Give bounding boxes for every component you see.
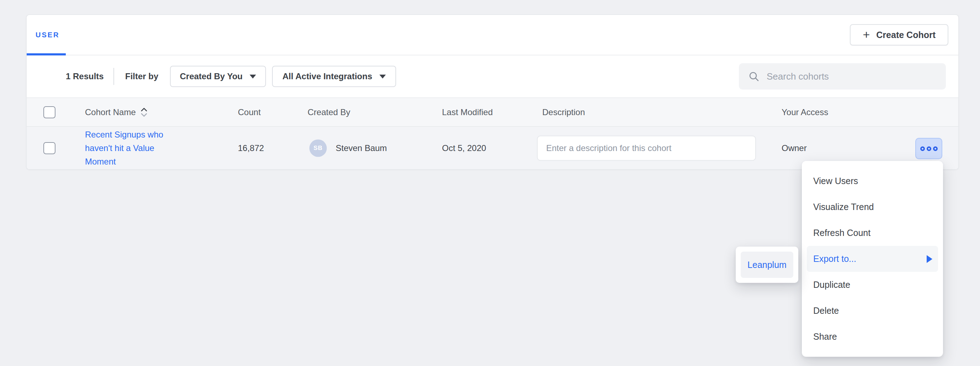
column-header-description[interactable]: Description xyxy=(542,107,585,117)
menu-item-visualize-trend[interactable]: Visualize Trend xyxy=(802,194,943,220)
cohort-count: 16,872 xyxy=(238,143,264,153)
row-actions-menu: View Users Visualize Trend Refresh Count… xyxy=(802,161,943,357)
submenu-item-leanplum[interactable]: Leanplum xyxy=(741,252,793,278)
export-submenu: Leanplum xyxy=(736,247,798,283)
search-input[interactable] xyxy=(767,71,937,82)
filter-bar: 1 Results Filter by Created By You All A… xyxy=(27,55,958,98)
plus-icon: + xyxy=(863,29,870,41)
column-header-your-access[interactable]: Your Access xyxy=(781,107,828,117)
avatar: SB xyxy=(309,139,327,157)
menu-item-delete[interactable]: Delete xyxy=(802,298,943,324)
menu-item-refresh-count[interactable]: Refresh Count xyxy=(802,220,943,246)
three-dots-icon xyxy=(927,146,931,151)
menu-item-export-to[interactable]: Export to... xyxy=(807,246,938,272)
filter-divider xyxy=(113,68,114,85)
column-header-last-modified[interactable]: Last Modified xyxy=(442,107,493,117)
search-icon xyxy=(748,71,759,82)
last-modified-date: Oct 5, 2020 xyxy=(442,143,486,153)
column-header-count[interactable]: Count xyxy=(238,107,261,117)
menu-item-view-users[interactable]: View Users xyxy=(802,168,943,194)
created-by-dropdown-label: Created By You xyxy=(180,71,243,81)
column-header-created-by[interactable]: Created By xyxy=(308,107,350,117)
create-cohort-label: Create Cohort xyxy=(876,30,935,40)
chevron-down-icon xyxy=(379,74,386,79)
row-checkbox[interactable] xyxy=(43,142,56,154)
filter-by-label: Filter by xyxy=(125,71,158,81)
select-all-checkbox[interactable] xyxy=(43,106,56,118)
cohort-name-link[interactable]: Recent Signups who haven't hit a Value M… xyxy=(85,128,177,168)
menu-item-share[interactable]: Share xyxy=(802,324,943,350)
three-dots-icon xyxy=(933,146,938,151)
integrations-dropdown-label: All Active Integrations xyxy=(282,71,372,81)
arrow-right-icon xyxy=(927,255,932,263)
cohort-name-header-label: Cohort Name xyxy=(85,107,136,117)
cohorts-page: USER + Create Cohort 1 Results Filter by… xyxy=(0,0,980,366)
access-level: Owner xyxy=(781,143,807,153)
menu-item-duplicate[interactable]: Duplicate xyxy=(802,272,943,298)
search-cohorts-box[interactable] xyxy=(739,63,946,90)
column-header-cohort-name[interactable]: Cohort Name xyxy=(85,107,148,117)
results-count: 1 Results xyxy=(66,71,104,81)
description-input[interactable] xyxy=(537,135,756,161)
row-actions-button[interactable] xyxy=(915,138,942,159)
export-to-label: Export to... xyxy=(813,254,856,264)
tab-bar: USER + Create Cohort xyxy=(27,15,958,55)
chevron-down-icon xyxy=(250,74,256,79)
three-dots-icon xyxy=(920,146,925,151)
create-cohort-button[interactable]: + Create Cohort xyxy=(850,24,948,46)
sort-arrows-icon xyxy=(140,107,148,117)
created-by-name: Steven Baum xyxy=(336,143,387,153)
created-by-dropdown[interactable]: Created By You xyxy=(170,66,266,87)
integrations-dropdown[interactable]: All Active Integrations xyxy=(272,66,396,87)
cohorts-card: USER + Create Cohort 1 Results Filter by… xyxy=(26,14,959,170)
table-header-row: Cohort Name Count Created By Last Modifi… xyxy=(27,98,958,127)
tab-user[interactable]: USER xyxy=(35,31,60,39)
